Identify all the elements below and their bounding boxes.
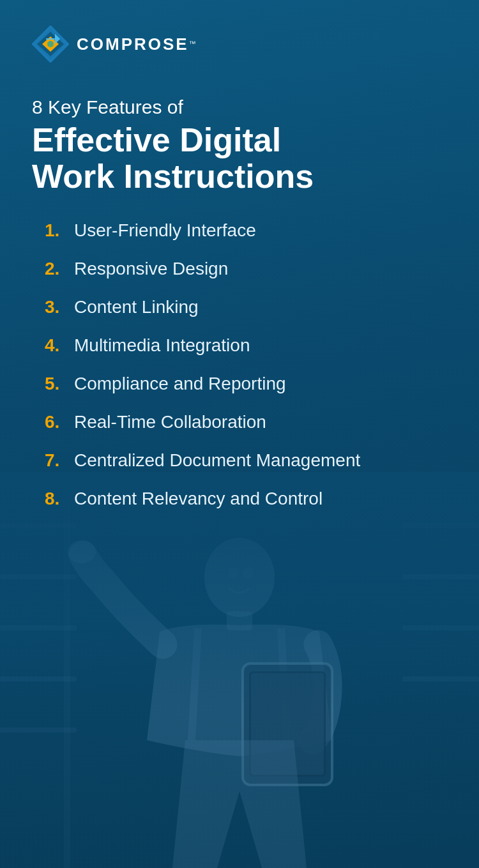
heading-main: Effective Digital Work Instructions [32,122,447,195]
svg-point-26 [47,41,54,47]
list-item: 6. Real-Time Collaboration [45,412,447,432]
main-content: COMPROSE™ 8 Key Features of Effective Di… [0,0,479,509]
features-list: 1. User-Friendly Interface 2. Responsive… [45,220,447,509]
svg-rect-20 [0,472,479,868]
item-text-2: Responsive Design [74,259,228,279]
list-item: 8. Content Relevancy and Control [45,489,447,509]
page-wrapper: COMPROSE™ 8 Key Features of Effective Di… [0,0,479,868]
item-number-2: 2. [45,259,68,279]
item-text-5: Compliance and Reporting [74,374,286,394]
item-number-6: 6. [45,412,68,432]
logo-tm: ™ [189,39,197,47]
list-item: 3. Content Linking [45,297,447,317]
comprose-logo-icon [32,26,69,63]
list-item: 2. Responsive Design [45,259,447,279]
heading-line1: Effective Digital [32,121,281,158]
item-text-1: User-Friendly Interface [74,220,256,241]
item-number-4: 4. [45,335,68,356]
item-text-6: Real-Time Collaboration [74,412,266,432]
list-item: 5. Compliance and Reporting [45,374,447,394]
heading-section: 8 Key Features of Effective Digital Work… [32,95,447,195]
item-number-5: 5. [45,374,68,394]
logo-text-area: COMPROSE™ [77,34,197,54]
item-text-3: Content Linking [74,297,199,317]
logo-name: COMPROSE [77,34,189,54]
logo-area: COMPROSE™ [32,26,447,63]
item-number-7: 7. [45,450,68,471]
heading-line2: Work Instructions [32,158,314,195]
item-number-1: 1. [45,220,68,241]
list-item: 7. Centralized Document Management [45,450,447,471]
item-text-7: Centralized Document Management [74,450,360,471]
item-text-8: Content Relevancy and Control [74,489,323,509]
background-illustration [0,472,479,868]
item-text-4: Multimedia Integration [74,335,250,356]
list-item: 4. Multimedia Integration [45,335,447,356]
heading-subtitle: 8 Key Features of [32,95,447,119]
item-number-3: 3. [45,297,68,317]
item-number-8: 8. [45,489,68,509]
list-item: 1. User-Friendly Interface [45,220,447,241]
